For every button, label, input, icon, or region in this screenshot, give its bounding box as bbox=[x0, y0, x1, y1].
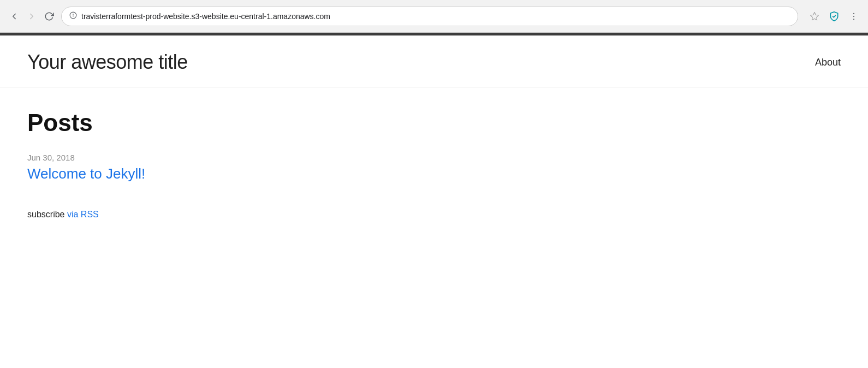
nav-buttons bbox=[7, 9, 57, 24]
rss-link[interactable]: via RSS bbox=[67, 210, 99, 219]
site-header: Your awesome title About bbox=[0, 35, 868, 87]
subscribe-section: subscribe via RSS bbox=[27, 210, 841, 219]
post-item: Jun 30, 2018 Welcome to Jekyll! bbox=[27, 153, 841, 182]
svg-point-6 bbox=[853, 19, 854, 20]
shield-button[interactable] bbox=[827, 9, 842, 24]
info-icon bbox=[69, 11, 77, 21]
subscribe-text: subscribe bbox=[27, 210, 67, 219]
svg-point-4 bbox=[853, 13, 854, 14]
back-button[interactable] bbox=[7, 9, 22, 24]
main-content: Posts Jun 30, 2018 Welcome to Jekyll! su… bbox=[0, 87, 868, 241]
post-title: Welcome to Jekyll! bbox=[27, 165, 841, 182]
address-bar[interactable]: travisterraformtest-prod-website.s3-webs… bbox=[61, 7, 798, 26]
browser-actions bbox=[807, 9, 861, 24]
about-link[interactable]: About bbox=[815, 57, 841, 68]
forward-button[interactable] bbox=[24, 9, 39, 24]
post-date: Jun 30, 2018 bbox=[27, 153, 841, 162]
svg-marker-3 bbox=[811, 12, 819, 20]
bookmark-button[interactable] bbox=[807, 9, 822, 24]
post-title-link[interactable]: Welcome to Jekyll! bbox=[27, 165, 145, 182]
site-title: Your awesome title bbox=[27, 51, 188, 74]
posts-heading: Posts bbox=[27, 109, 841, 136]
menu-button[interactable] bbox=[846, 9, 861, 24]
browser-chrome: travisterraformtest-prod-website.s3-webs… bbox=[0, 0, 868, 33]
svg-point-5 bbox=[853, 15, 854, 16]
url-text: travisterraformtest-prod-website.s3-webs… bbox=[81, 12, 790, 21]
reload-button[interactable] bbox=[41, 9, 57, 24]
site-nav: About bbox=[815, 57, 841, 68]
